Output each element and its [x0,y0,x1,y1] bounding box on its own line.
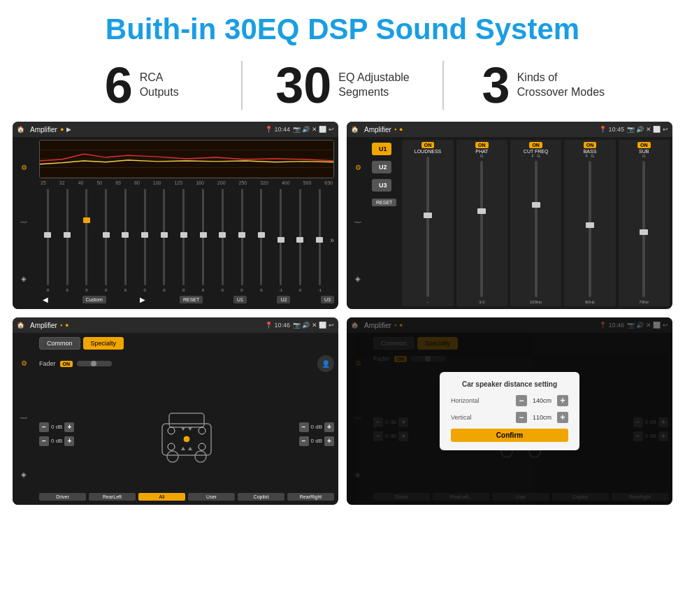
xover-icon-3[interactable]: ◈ [351,271,365,285]
u3-btn[interactable]: U3 [372,179,391,192]
eq-bottom-bar: ◀ Custom ▶ RESET U1 U2 U3 [39,292,334,306]
home-icon-spec[interactable]: 🏠 [17,322,24,329]
eq-slider-3[interactable]: 5 [78,187,96,292]
copilot-btn[interactable]: Copilot [238,493,284,501]
app-name-spec: Amplifier [30,322,57,329]
vertical-minus[interactable]: − [516,412,527,423]
rear-right-btn[interactable]: RearRight [287,493,334,501]
spec-icon-1[interactable]: ⚙ [17,357,31,371]
svg-marker-14 [188,427,192,431]
spec-icon-3[interactable]: ◈ [17,467,31,481]
eq-slider-15[interactable]: -1 [311,187,329,292]
u2-button-eq[interactable]: U2 [277,296,290,303]
confirm-button[interactable]: Confirm [451,429,568,442]
db-minus-1[interactable]: − [39,422,49,432]
spec-icon-2[interactable]: 〰 [17,412,31,426]
app-name-xover: Amplifier [364,126,391,134]
dialog-overlay: Car speaker distance setting Horizontal … [347,317,672,505]
fader-label: Fader [39,360,56,367]
eq-sidebar: ⚙ 〰 ◈ [13,137,35,309]
eq-slider-2[interactable]: 0 [59,187,76,292]
db-plus-4[interactable]: + [324,436,334,446]
horizontal-label: Horizontal [451,397,493,404]
db-value-1: 0 dB [51,424,62,430]
db-value-3: 0 dB [311,424,322,430]
prev-button[interactable]: ◀ [39,294,52,305]
all-btn[interactable]: All [138,493,185,501]
bass-slider[interactable] [589,161,591,297]
tab-common[interactable]: Common [39,337,80,350]
eq-slider-11[interactable]: 0 [233,187,251,292]
dialog-box: Car speaker distance setting Horizontal … [440,372,579,450]
reset-button-eq[interactable]: RESET [180,296,203,303]
status-bar-spec: 🏠 Amplifier ▪ ● 📍 10:46 📷 🔊 ✕ ⬜ ↩ [13,317,338,333]
loudness-slider[interactable] [426,157,429,297]
svg-point-9 [199,427,206,434]
db-minus-2[interactable]: − [39,436,49,446]
sub-title: SUB [639,149,649,154]
home-icon[interactable]: 🏠 [17,126,24,133]
tab-specialty[interactable]: Specialty [83,337,124,350]
db-minus-3[interactable]: − [299,422,309,432]
sub-slider[interactable] [642,161,645,297]
eq-slider-7[interactable]: 0 [156,187,173,292]
screen-equalizer: 🏠 Amplifier ● ▶ 📍 10:44 📷 🔊 ✕ ⬜ ↩ ⚙ 〰 ◈ [13,122,338,309]
volume-icon[interactable]: 👤 [317,355,334,372]
status-icons-xover: 📷 🔊 ✕ ⬜ ↩ [627,126,668,133]
next-button[interactable]: ▶ [136,294,149,305]
u3-button-eq[interactable]: U3 [321,296,334,303]
eq-slider-1[interactable]: 0 [39,187,57,292]
rear-left-btn[interactable]: RearLeft [89,493,136,501]
horizontal-plus[interactable]: + [557,395,568,406]
svg-point-7 [195,451,206,462]
time-eq: 📍 10:44 [265,126,290,133]
sliders-row: 0 0 5 0 0 [39,187,334,292]
eq-slider-12[interactable]: 0 [252,187,270,292]
db-minus-4[interactable]: − [299,436,309,446]
horizontal-minus[interactable]: − [516,395,527,406]
eq-slider-10[interactable]: 0 [214,187,231,292]
status-icons-spec: 📷 🔊 ✕ ⬜ ↩ [293,322,334,329]
cutfreq-on-badge: ON [529,142,542,148]
xover-col-bass: ON BASS FG 90Hz [564,140,615,306]
eq-icon-1[interactable]: ⚙ [17,161,31,175]
bass-on-badge: ON [584,142,597,148]
svg-rect-5 [169,413,204,427]
db-plus-3[interactable]: + [324,422,334,432]
expand-icon[interactable]: » [330,236,334,244]
eq-icon-3[interactable]: ◈ [17,271,31,285]
xover-col-sub: ON SUB G 70Hz [619,140,670,306]
eq-slider-5[interactable]: 0 [117,187,134,292]
fader-slider[interactable] [77,361,112,366]
dialog-row-vertical: Vertical − 110cm + [451,412,568,423]
eq-icon-2[interactable]: 〰 [17,216,31,230]
reset-btn-xover[interactable]: RESET [372,199,396,206]
loudness-title: LOUDNESS [414,149,442,154]
home-icon-xover[interactable]: 🏠 [351,126,359,133]
u-buttons: U1 U2 U3 RESET [369,137,399,309]
user-btn[interactable]: User [188,493,235,501]
u2-btn[interactable]: U2 [372,161,391,173]
db-control-1: − 0 dB + [39,422,74,432]
eq-slider-4[interactable]: 0 [97,187,115,292]
xover-icon-2[interactable]: 〰 [351,216,365,230]
cutfreq-slider[interactable] [535,161,538,297]
u1-button-eq[interactable]: U1 [233,296,247,303]
eq-slider-14[interactable]: 0 [291,187,309,292]
driver-btn[interactable]: Driver [39,493,86,501]
svg-point-8 [168,427,175,434]
stat-number-crossover: 3 [482,60,510,110]
screen-crossover: 🏠 Amplifier ▪ ● 📍 10:45 📷 🔊 ✕ ⬜ ↩ ⚙ 〰 ◈ … [347,122,672,309]
xover-icon-1[interactable]: ⚙ [351,161,365,175]
db-plus-1[interactable]: + [64,422,74,432]
eq-slider-9[interactable]: 0 [194,187,212,292]
vertical-plus[interactable]: + [557,412,568,423]
speaker-grid: − 0 dB + − 0 dB + [39,378,334,490]
eq-slider-8[interactable]: 0 [175,187,192,292]
eq-slider-6[interactable]: 0 [136,187,154,292]
u1-btn[interactable]: U1 [372,143,391,155]
status-bar-eq: 🏠 Amplifier ● ▶ 📍 10:44 📷 🔊 ✕ ⬜ ↩ [13,122,338,137]
phat-slider[interactable] [480,161,483,297]
db-plus-2[interactable]: + [64,436,74,446]
eq-slider-13[interactable]: -1 [272,187,289,292]
